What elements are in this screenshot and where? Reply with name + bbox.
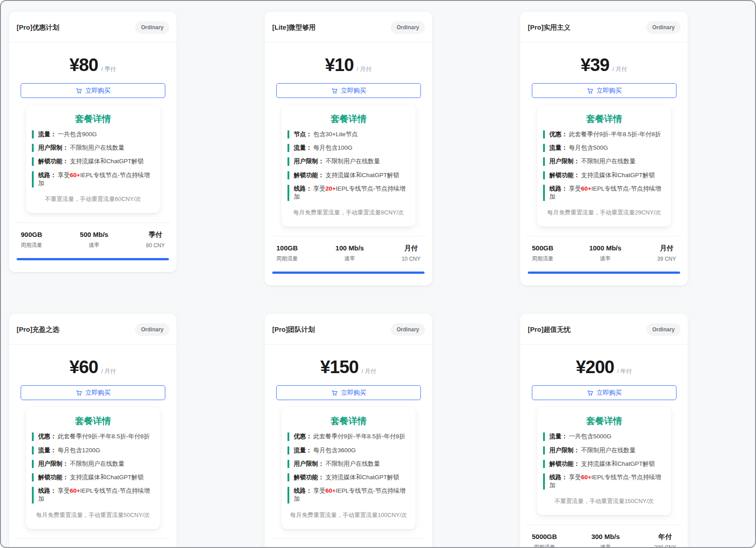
buy-now-label: 立即购买 — [597, 87, 622, 95]
feature-text: 每月包含100G — [314, 144, 353, 151]
feature-label: 用户限制： — [294, 158, 324, 165]
feature-label: 优惠： — [294, 433, 312, 440]
feature-label: 节点： — [294, 131, 312, 138]
reset-policy-note: 不重置流量，手动重置流量150CNY/次 — [543, 497, 665, 505]
stat-value: 1200GB — [21, 547, 46, 548]
buy-now-button[interactable]: 立即购买 — [532, 385, 676, 400]
feature-row: 线路：享受60+IEPL专线节点-节点持续增加 — [543, 185, 665, 201]
stat-item: 1000 Mb/s 速率 — [589, 244, 622, 263]
stat-value: 100 Mb/s — [336, 244, 364, 252]
cart-icon — [75, 87, 82, 94]
plan-price: ¥60 — [70, 357, 98, 377]
feature-list: 优惠：此套餐季付9折-半年8.5折-年付8折 流量：每月包含500G 用户限制：… — [543, 130, 665, 201]
feature-text: 支持流媒体和ChatGPT解锁 — [581, 460, 655, 467]
details-title: 套餐详情 — [287, 113, 410, 125]
feature-label: 解锁功能： — [294, 474, 324, 481]
card-header: [Pro]团队计划 Ordinary — [265, 314, 432, 345]
feature-label: 线路： — [294, 185, 312, 192]
plan-billing-period: / 月付 — [101, 367, 116, 375]
feature-text: 不限制用户在线数量 — [70, 460, 125, 467]
feature-text: 一共包含5000G — [569, 433, 612, 440]
feature-text: 此套餐季付9折-半年8.5折-年付8折 — [314, 433, 406, 440]
stat-value: 5000GB — [532, 533, 557, 540]
plan-badge: Ordinary — [135, 323, 169, 336]
feature-label: 线路： — [294, 487, 312, 494]
feature-row: 解锁功能：支持流媒体和ChatGPT解锁 — [32, 157, 154, 165]
feature-text: 不限制用户在线数量 — [326, 158, 380, 165]
usage-progress-bar — [17, 258, 169, 260]
stat-label: 速率 — [80, 241, 108, 249]
feature-text: 支持流媒体和ChatGPT解锁 — [70, 474, 144, 481]
reset-policy-note: 每月免费重置流量，手动重置流量29CNY/次 — [543, 209, 665, 217]
stats-row: 5000GB 周期流量 300 Mb/s 速率 年付 200 CNY — [520, 525, 688, 548]
feature-list: 优惠：此套餐季付9折-半年8.5折-年付8折 流量：每月包含1200G 用户限制… — [32, 432, 154, 503]
plan-billing-period: / 月付 — [357, 65, 371, 73]
feature-label: 线路： — [38, 487, 57, 494]
feature-highlight: 60+ — [581, 185, 592, 192]
buy-now-label: 立即购买 — [85, 389, 111, 397]
buy-now-label: 立即购买 — [341, 389, 366, 397]
stat-value: 月付 — [402, 244, 420, 253]
buy-now-button[interactable]: 立即购买 — [276, 83, 421, 98]
price-row: ¥60 / 月付 — [9, 345, 177, 381]
feature-text: 每月包含1200G — [58, 447, 101, 454]
feature-row: 线路：享受60+IEPL专线节点-节点持续增加 — [32, 487, 154, 503]
feature-label: 流量： — [294, 447, 312, 454]
feature-text: 不限制用户在线数量 — [581, 158, 636, 165]
stat-value: 无限速 — [86, 547, 106, 548]
plan-billing-period: / 月付 — [362, 367, 376, 375]
reset-policy-note: 不重置流量，手动重置流量60CNY/次 — [32, 195, 154, 203]
feature-label: 线路： — [38, 172, 57, 178]
plan-details-box: 套餐详情 优惠：此套餐季付9折-半年8.5折-年付8折 流量：每月包含500G … — [537, 105, 671, 227]
feature-list: 流量：一共包含5000G 用户限制：不限制用户在线数量 解锁功能：支持流媒体和C… — [543, 432, 665, 490]
stat-item: 100GB 周期流量 — [276, 244, 298, 263]
buy-now-button[interactable]: 立即购买 — [532, 83, 676, 98]
buy-now-button[interactable]: 立即购买 — [21, 385, 165, 400]
plan-details-box: 套餐详情 流量：一共包含5000G 用户限制：不限制用户在线数量 解锁功能：支持… — [537, 407, 671, 515]
feature-text: 支持流媒体和ChatGPT解锁 — [326, 172, 399, 178]
stat-item: 月付 60 CNY — [146, 547, 165, 548]
feature-label: 线路： — [549, 185, 568, 192]
pricing-page: [Pro]优惠计划 Ordinary ¥80 / 季付 立即购买 套餐详情 流量… — [0, 0, 756, 548]
feature-row: 线路：享受60+IEPL专线节点-节点持续增加 — [287, 487, 410, 503]
feature-highlight: 60+ — [581, 474, 592, 481]
cart-icon — [331, 389, 338, 396]
stat-label: 10 CNY — [402, 256, 420, 262]
details-title: 套餐详情 — [32, 415, 154, 427]
stat-value: 月付 — [398, 547, 420, 548]
stat-label: 周期流量 — [276, 255, 298, 263]
stats-row: 500GB 周期流量 1000 Mb/s 速率 月付 39 CNY — [520, 236, 688, 268]
feature-label: 解锁功能： — [549, 172, 580, 178]
feature-row: 用户限制：不限制用户在线数量 — [287, 460, 410, 468]
stat-item: 月付 10 CNY — [402, 244, 420, 263]
reset-policy-note: 每月免费重置流量，手动重置流量100CNY/次 — [287, 511, 410, 519]
cart-icon — [75, 389, 82, 396]
feature-label: 用户限制： — [549, 158, 580, 165]
plan-title: [Pro]充盈之选 — [17, 325, 59, 334]
stat-label: 周期流量 — [21, 241, 42, 249]
stat-item: 季付 80 CNY — [146, 231, 165, 249]
feature-label: 线路： — [549, 474, 568, 481]
buy-now-button[interactable]: 立即购买 — [21, 83, 165, 98]
stat-value: 3600GB — [276, 547, 301, 548]
feature-highlight: 20+ — [326, 185, 336, 192]
card-header: [Pro]超值无忧 Ordinary — [520, 314, 688, 345]
card-header: [Pro]实用主义 Ordinary — [520, 12, 688, 43]
price-row: ¥150 / 月付 — [265, 345, 432, 381]
stat-value: 月付 — [146, 547, 165, 548]
feature-row: 用户限制：不限制用户在线数量 — [287, 157, 410, 165]
feature-label: 解锁功能： — [38, 158, 69, 165]
feature-text: 每月包含500G — [569, 144, 608, 151]
stat-label: 速率 — [336, 255, 364, 263]
buy-now-button[interactable]: 立即购买 — [276, 385, 421, 400]
stat-label: 39 CNY — [657, 256, 676, 262]
plan-billing-period: / 年付 — [617, 367, 632, 375]
plan-details-box: 套餐详情 优惠：此套餐季付9折-半年8.5折-年付8折 流量：每月包含1200G… — [26, 407, 160, 529]
feature-row: 线路：享受60+IEPL专线节点-节点持续增加 — [543, 473, 665, 490]
feature-row: 优惠：此套餐季付9折-半年8.5折-年付8折 — [287, 432, 410, 441]
feature-row: 流量：每月包含100G — [287, 144, 410, 152]
plan-badge: Ordinary — [646, 21, 681, 34]
details-title: 套餐详情 — [32, 113, 154, 125]
usage-progress-bar — [272, 272, 424, 274]
stat-label: 速率 — [589, 255, 622, 263]
